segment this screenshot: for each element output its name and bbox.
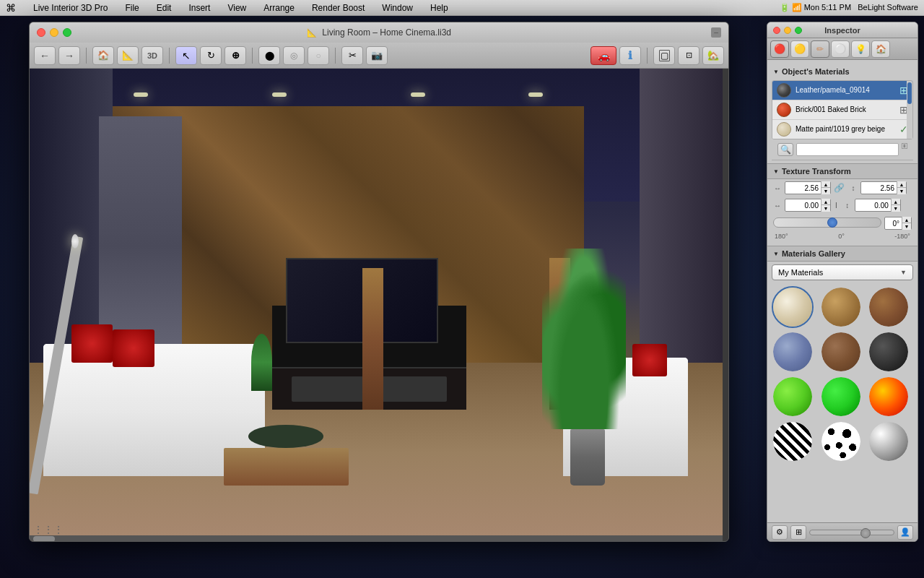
- frame-all-button[interactable]: ⊡: [678, 46, 699, 65]
- viewport[interactable]: ⋮⋮⋮: [30, 69, 723, 542]
- inspector-tab-house[interactable]: 🏠: [871, 40, 890, 58]
- inspector-max[interactable]: [795, 27, 802, 34]
- material-item-brick[interactable]: Brick/001 Baked Brick ⊞: [772, 100, 912, 120]
- offset-x-up[interactable]: ▲: [821, 199, 830, 205]
- pan-tool-button[interactable]: ⊕: [225, 46, 246, 65]
- menu-appname[interactable]: Live Interior 3D Pro: [30, 1, 110, 14]
- menu-help[interactable]: Help: [427, 1, 451, 14]
- link-icon[interactable]: 🔗: [834, 183, 845, 193]
- eyedropper-options[interactable]: ≡: [902, 143, 907, 156]
- gallery-item-green2[interactable]: [820, 376, 862, 418]
- offset-x-steppers[interactable]: ▲ ▼: [821, 199, 830, 212]
- home-view-button[interactable]: 🏡: [702, 46, 724, 65]
- offset-y-up[interactable]: ▲: [892, 199, 900, 205]
- orbit-tool-button[interactable]: ↻: [200, 46, 222, 65]
- scale-x-down[interactable]: ▼: [821, 188, 830, 194]
- menu-file[interactable]: File: [122, 1, 141, 14]
- inspector-settings-button[interactable]: ⚙: [772, 525, 788, 540]
- scale-y-up[interactable]: ▲: [897, 181, 906, 188]
- inspector-person-button[interactable]: 👤: [897, 525, 913, 540]
- gallery-item-chrome[interactable]: [868, 420, 910, 462]
- inspector-tab-lamp[interactable]: 💡: [851, 40, 870, 58]
- materials-scrollbar-thumb[interactable]: [907, 82, 912, 104]
- gallery-item-cream[interactable]: [772, 286, 814, 328]
- offset-y-down[interactable]: ▼: [892, 205, 900, 212]
- toolbar-sep-3: [252, 48, 253, 64]
- gallery-item-dark[interactable]: [868, 331, 910, 373]
- nav-back-button[interactable]: ←: [34, 46, 56, 65]
- elevation-button[interactable]: 📐: [117, 46, 139, 65]
- angle-up[interactable]: ▲: [902, 217, 911, 223]
- gallery-item-zebra-inner: [773, 422, 812, 461]
- inspector-tab-sphere[interactable]: 🟡: [790, 40, 809, 58]
- inspector-zoom-thumb[interactable]: [860, 528, 871, 538]
- materials-list[interactable]: Leather/pamela_09014 ⊞ Brick/001 Baked B…: [772, 80, 913, 139]
- menu-edit[interactable]: Edit: [154, 1, 175, 14]
- inspector-zoom-slider[interactable]: [809, 530, 894, 535]
- scale-y-input[interactable]: 2.56 ▲ ▼: [860, 181, 907, 194]
- 3d-nav-button[interactable]: 🚗: [590, 46, 616, 65]
- offset-y-input[interactable]: 0.00 ▲ ▼: [855, 199, 901, 212]
- inspector-tab-metal[interactable]: ⚪: [831, 40, 850, 58]
- minimize-button[interactable]: [50, 28, 58, 37]
- menu-render[interactable]: Render Boost: [309, 1, 367, 14]
- nav-forward-button[interactable]: →: [58, 46, 80, 65]
- gallery-item-metal[interactable]: [772, 331, 814, 373]
- gallery-dropdown[interactable]: My Materials ▼: [772, 264, 913, 280]
- menubar-right: 🔋 📶 Mon 5:11 PM BeLight Software: [780, 3, 918, 12]
- inspector-tab-paint[interactable]: ✏: [811, 40, 829, 58]
- material-name-leather: Leather/pamela_09014: [796, 86, 895, 95]
- eyedropper-input[interactable]: [796, 143, 899, 156]
- angle-down[interactable]: ▼: [902, 223, 911, 230]
- sphere2-tool-button[interactable]: ◎: [283, 46, 305, 65]
- 3d-view-button[interactable]: 3D: [141, 46, 163, 65]
- angle-slider-thumb[interactable]: [827, 217, 837, 228]
- menu-arrange[interactable]: Arrange: [261, 1, 297, 14]
- angle-input[interactable]: 0° ▲ ▼: [884, 217, 912, 230]
- window-zoom-btn[interactable]: ─: [711, 27, 721, 38]
- menu-window[interactable]: Window: [379, 1, 416, 14]
- camera-tool-button[interactable]: 📷: [366, 46, 388, 65]
- inspector-min[interactable]: [784, 27, 791, 34]
- select-tool-button[interactable]: ↖: [175, 46, 197, 65]
- gallery-item-wood1[interactable]: [820, 286, 862, 328]
- angle-steppers[interactable]: ▲ ▼: [902, 217, 911, 230]
- gallery-item-wood2[interactable]: [868, 286, 910, 328]
- gallery-item-fire[interactable]: [868, 376, 910, 418]
- gallery-item-green1[interactable]: [772, 376, 814, 418]
- offset-x-input[interactable]: 0.00 ▲ ▼: [785, 199, 831, 212]
- angle-slider-track[interactable]: [773, 217, 881, 228]
- offset-x-down[interactable]: ▼: [821, 205, 830, 212]
- info-button[interactable]: ℹ: [619, 46, 641, 65]
- scale-x-steppers[interactable]: ▲ ▼: [821, 181, 830, 194]
- ceiling-light-3: [411, 92, 425, 97]
- frame-selection-button[interactable]: ▢: [653, 46, 675, 65]
- floor-plan-button[interactable]: 🏠: [92, 46, 114, 65]
- apple-menu[interactable]: ⌘: [6, 2, 16, 14]
- scale-x-input[interactable]: 2.56 ▲ ▼: [785, 181, 831, 194]
- eyedropper-button[interactable]: 🔍: [777, 143, 793, 156]
- menu-view[interactable]: View: [225, 1, 249, 14]
- scale-y-steppers[interactable]: ▲ ▼: [897, 181, 906, 194]
- viewport-hscroll-thumb[interactable]: [33, 536, 55, 542]
- material-item-matte[interactable]: Matte paint/1019 grey beige ✓: [772, 120, 912, 139]
- menu-insert[interactable]: Insert: [186, 1, 213, 14]
- gallery-item-spots[interactable]: [820, 420, 862, 462]
- materials-scrollbar[interactable]: [907, 81, 912, 139]
- metal-icon: ⚪: [834, 43, 846, 54]
- gallery-item-zebra[interactable]: [772, 420, 814, 462]
- close-button[interactable]: [37, 28, 45, 37]
- gallery-item-brown[interactable]: [820, 331, 862, 373]
- sphere3-tool-button[interactable]: ○: [308, 46, 329, 65]
- scale-x-up[interactable]: ▲: [821, 181, 830, 188]
- sphere-tool-button[interactable]: ⬤: [258, 46, 280, 65]
- material-item-leather[interactable]: Leather/pamela_09014 ⊞: [772, 81, 912, 100]
- viewport-hscroll[interactable]: [30, 535, 723, 542]
- inspector-tab-materials[interactable]: 🔴: [770, 40, 789, 58]
- inspector-close[interactable]: [773, 27, 780, 34]
- path-tool-button[interactable]: ✂: [341, 46, 363, 65]
- inspector-grid-button[interactable]: ⊞: [790, 525, 806, 540]
- offset-y-steppers[interactable]: ▲ ▼: [891, 199, 900, 212]
- maximize-button[interactable]: [63, 28, 71, 37]
- scale-y-down[interactable]: ▼: [897, 188, 906, 194]
